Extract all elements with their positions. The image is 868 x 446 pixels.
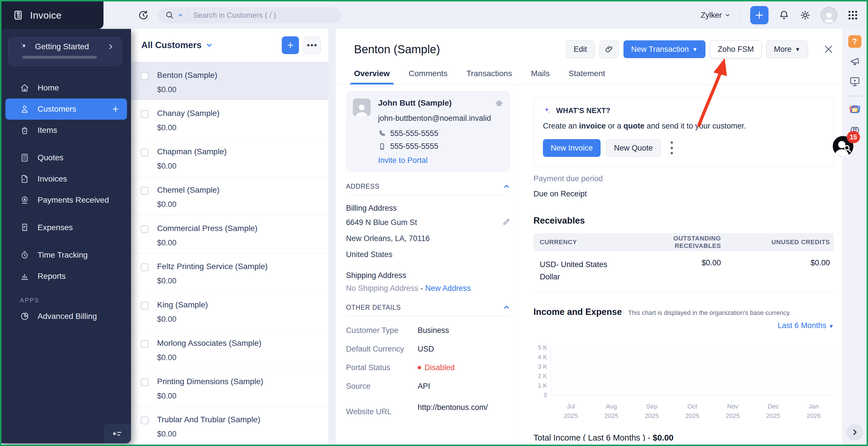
app-grid-button[interactable] bbox=[847, 9, 859, 21]
row-checkbox[interactable] bbox=[141, 263, 149, 271]
search-input[interactable] bbox=[193, 11, 335, 20]
col-header-currency: CURRENCY bbox=[540, 238, 631, 246]
list-more-button[interactable]: ••• bbox=[304, 36, 321, 54]
video-tutorials-button[interactable] bbox=[848, 75, 861, 88]
search-scope-chevron-icon[interactable] bbox=[178, 12, 183, 18]
user-avatar[interactable] bbox=[821, 7, 837, 24]
y-tick: 4 K bbox=[538, 353, 547, 361]
row-checkbox[interactable] bbox=[141, 378, 149, 386]
getting-started-card[interactable]: Getting Started bbox=[8, 37, 122, 66]
chart-x-axis: Jul2025 Aug2025 Sep2025 Oct2025 Nov2025 … bbox=[551, 402, 834, 420]
settings-button[interactable] bbox=[800, 9, 811, 21]
edit-button[interactable]: Edit bbox=[566, 40, 595, 58]
new-address-link[interactable]: New Address bbox=[425, 284, 471, 293]
payments-received-icon bbox=[20, 195, 30, 205]
sidebar-item-home[interactable]: Home bbox=[1, 77, 131, 99]
sidebar-item-items[interactable]: Items bbox=[1, 119, 131, 141]
sidebar-item-reports[interactable]: Reports bbox=[1, 266, 131, 287]
tab-comments[interactable]: Comments bbox=[409, 69, 447, 84]
row-checkbox[interactable] bbox=[141, 225, 149, 233]
sidebar-item-time-tracking[interactable]: Time Tracking bbox=[1, 244, 131, 266]
list-view-selector[interactable]: All Customers bbox=[141, 40, 213, 50]
currency-cell: USD- United States Dollar bbox=[540, 259, 617, 283]
collapse-other-details-icon[interactable] bbox=[503, 304, 510, 311]
expenses-icon bbox=[20, 223, 30, 233]
sidebar-item-expenses[interactable]: Expenses bbox=[1, 217, 131, 238]
refresh-icon[interactable] bbox=[137, 9, 149, 21]
website-url-link[interactable]: http://bentonus.com/ bbox=[418, 401, 495, 414]
more-button[interactable]: More▼ bbox=[766, 40, 808, 58]
more-options-icon[interactable]: ••• bbox=[670, 140, 673, 156]
tab-overview[interactable]: Overview bbox=[354, 69, 390, 84]
chart-range-selector[interactable]: Last 6 Months ▼ bbox=[533, 321, 834, 330]
sidebar-item-advanced-billing[interactable]: Advanced Billing bbox=[1, 306, 131, 327]
sidebar-item-label: Invoices bbox=[37, 174, 67, 183]
close-detail-button[interactable] bbox=[823, 44, 834, 55]
outstanding-cell: $0.00 bbox=[631, 259, 721, 267]
sidebar-item-customers[interactable]: Customers bbox=[5, 99, 127, 119]
gear-icon bbox=[800, 9, 811, 21]
collapse-sidebar-icon bbox=[112, 428, 123, 439]
x-tick: Jan2026 bbox=[794, 402, 834, 420]
expand-rail-button[interactable] bbox=[846, 424, 863, 441]
quick-create-button[interactable] bbox=[750, 6, 769, 24]
row-checkbox[interactable] bbox=[141, 187, 149, 195]
customer-row[interactable]: Commercial Press (Sample)$0.00 bbox=[131, 215, 328, 253]
income-expense-heading: Income and Expense bbox=[533, 307, 622, 317]
invite-to-portal-link[interactable]: Invite to Portal bbox=[378, 156, 428, 165]
x-tick: Nov2025 bbox=[713, 402, 753, 420]
customer-row[interactable]: Trublar And Trublar (Sample)$0.00 bbox=[131, 407, 328, 445]
row-checkbox[interactable] bbox=[141, 302, 149, 309]
receivables-table: CURRENCY OUTSTANDING RECEIVABLES UNUSED … bbox=[533, 233, 834, 292]
customer-row[interactable]: Benton (Sample)$0.00 bbox=[131, 62, 328, 101]
customer-row[interactable]: Printing Dimensions (Sample)$0.00 bbox=[131, 369, 328, 407]
customer-row[interactable]: Chanay (Sample)$0.00 bbox=[131, 100, 328, 139]
contact-settings-icon[interactable] bbox=[495, 99, 503, 108]
customer-amount: $0.00 bbox=[157, 353, 261, 362]
announcements-button[interactable] bbox=[848, 55, 861, 68]
row-checkbox[interactable] bbox=[141, 72, 149, 80]
bell-icon bbox=[778, 9, 790, 21]
sidebar-item-payments-received[interactable]: Payments Received bbox=[1, 190, 131, 211]
new-transaction-button[interactable]: New Transaction▼ bbox=[623, 40, 706, 58]
help-button[interactable]: ? bbox=[848, 35, 861, 48]
tab-mails[interactable]: Mails bbox=[531, 69, 550, 84]
row-checkbox[interactable] bbox=[141, 340, 149, 348]
customer-type-value: Business bbox=[418, 326, 449, 335]
sidebar-item-invoices[interactable]: Invoices bbox=[1, 168, 131, 190]
global-search[interactable] bbox=[158, 7, 341, 23]
zia-assistant-button[interactable]: 15 bbox=[832, 131, 863, 159]
attachments-button[interactable] bbox=[599, 40, 619, 58]
collapse-address-icon[interactable] bbox=[503, 183, 510, 191]
sidebar-collapse-button[interactable] bbox=[103, 424, 131, 443]
customer-row[interactable]: Chemel (Sample)$0.00 bbox=[131, 177, 328, 215]
row-checkbox[interactable] bbox=[141, 416, 149, 424]
add-customer-icon[interactable] bbox=[112, 105, 120, 113]
row-checkbox[interactable] bbox=[141, 148, 149, 156]
x-tick: Aug2025 bbox=[591, 402, 631, 420]
customer-row[interactable]: Feltz Printing Service (Sample)$0.00 bbox=[131, 253, 328, 292]
customer-row[interactable]: Chapman (Sample)$0.00 bbox=[131, 139, 328, 177]
org-switcher[interactable]: Zylker bbox=[701, 11, 731, 20]
sidebar-item-quotes[interactable]: Quotes bbox=[1, 147, 131, 168]
tab-statement[interactable]: Statement bbox=[569, 69, 606, 84]
new-quote-button[interactable]: New Quote bbox=[606, 139, 660, 157]
customer-row[interactable]: King (Sample)$0.00 bbox=[131, 292, 328, 330]
row-checkbox[interactable] bbox=[141, 110, 149, 118]
customer-row[interactable]: Morlong Associates (Sample)$0.00 bbox=[131, 330, 328, 369]
y-tick: 5 K bbox=[538, 344, 547, 351]
unused-credits-cell: $0.00 bbox=[721, 259, 830, 267]
primary-contact-card: John Butt (Sample) john-buttbenton@noema… bbox=[346, 91, 510, 172]
notifications-button[interactable] bbox=[778, 9, 790, 21]
customer-detail-panel: Benton (Sample) Edit New Transaction▼ Zo… bbox=[336, 29, 842, 445]
resources-button[interactable] bbox=[848, 103, 861, 116]
new-invoice-button[interactable]: New Invoice bbox=[543, 139, 600, 157]
new-customer-button[interactable] bbox=[282, 36, 299, 54]
zoho-fsm-button[interactable]: Zoho FSM bbox=[710, 40, 762, 58]
customer-amount: $0.00 bbox=[157, 315, 208, 324]
contact-email[interactable]: john-buttbenton@noemail.invalid bbox=[378, 112, 501, 125]
portal-status-label: Portal Status bbox=[346, 363, 418, 372]
edit-billing-address-icon[interactable] bbox=[502, 218, 510, 261]
tab-transactions[interactable]: Transactions bbox=[466, 69, 512, 84]
phone-icon bbox=[378, 130, 386, 138]
